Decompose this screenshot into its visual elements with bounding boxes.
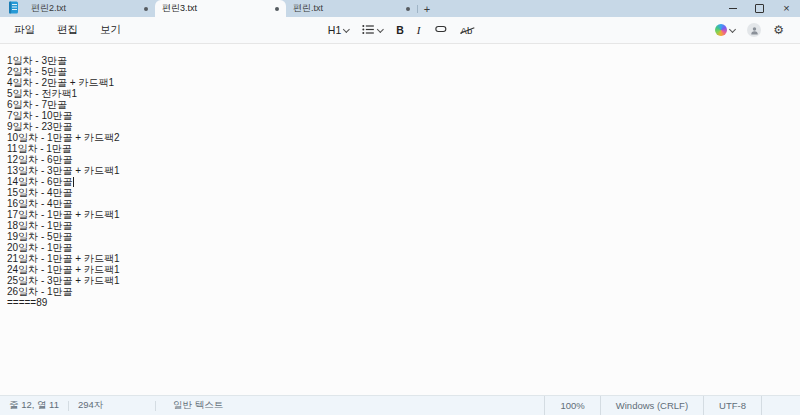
unsaved-dot-icon <box>406 7 410 11</box>
menu-list: 파일 편집 보기 <box>0 20 131 40</box>
text-line: 14일차 - 6만골 <box>7 176 792 187</box>
line-ending: Windows (CRLF) <box>600 396 703 415</box>
text-line: 20일차 - 1만골 <box>7 242 792 253</box>
menu-view[interactable]: 보기 <box>90 20 131 40</box>
statusbar-right: 100% Windows (CRLF) UTF-8 <box>544 396 800 415</box>
heading-dropdown[interactable]: H1 <box>323 22 354 38</box>
text-line: 17일차 - 1만골 + 카드팩1 <box>7 209 792 220</box>
link-icon <box>434 24 448 36</box>
menu-edit[interactable]: 편집 <box>47 20 88 40</box>
text-line: 10일차 - 1만골 + 카드팩2 <box>7 132 792 143</box>
text-line: 6일차 - 7만골 <box>7 99 792 110</box>
notepad-app-icon <box>8 0 19 18</box>
text-line: 4일차 - 2만골 + 카드팩1 <box>7 77 792 88</box>
text-line: 1일차 - 3만골 <box>7 55 792 66</box>
text-line: 13일차 - 3만골 + 카드팩1 <box>7 165 792 176</box>
zoom-level: 100% <box>544 396 599 415</box>
text-line: 18일차 - 1만골 <box>7 220 792 231</box>
tab-file-2[interactable]: 편린3.txt <box>155 0 286 17</box>
chevron-down-icon <box>343 25 350 32</box>
settings-button[interactable]: ⚙ <box>768 22 789 38</box>
chevron-down-icon <box>377 25 384 32</box>
account-button[interactable] <box>747 23 761 37</box>
text-line: 5일차 - 전카팩1 <box>7 88 792 99</box>
tab-file-1[interactable]: 편린2.txt <box>24 0 155 17</box>
text-line: 19일차 - 5만골 <box>7 231 792 242</box>
text-line: 2일차 - 5만골 <box>7 66 792 77</box>
notepad-window: 편린2.txt 편린3.txt 편린.txt + × 파일 편집 보기 H1 <box>0 0 800 415</box>
unsaved-dot-icon <box>144 7 148 11</box>
cursor-position: 줄 12, 열 11 <box>0 399 68 412</box>
gear-icon: ⚙ <box>773 24 784 36</box>
close-icon: × <box>783 3 789 14</box>
text-line: 21일차 - 1만골 + 카드팩1 <box>7 253 792 264</box>
text-line: 15일차 - 4만골 <box>7 187 792 198</box>
maximize-button[interactable] <box>746 0 773 17</box>
link-button[interactable] <box>429 22 453 38</box>
text-line: 9일차 - 23만골 <box>7 121 792 132</box>
text-line: =====89 <box>7 297 792 308</box>
text-line: 25일차 - 3만골 + 카드팩1 <box>7 275 792 286</box>
clear-formatting-button[interactable]: Ab <box>456 23 478 38</box>
close-button[interactable]: × <box>773 0 800 17</box>
tab-label: 편린2.txt <box>31 2 140 15</box>
text-line: 12일차 - 6만골 <box>7 154 792 165</box>
encoding: UTF-8 <box>703 396 761 415</box>
maximize-icon <box>755 4 764 13</box>
text-line: 24일차 - 1만골 + 카드팩1 <box>7 264 792 275</box>
list-dropdown[interactable] <box>357 22 388 39</box>
unsaved-dot-icon <box>275 7 279 11</box>
text-line: 16일차 - 4만골 <box>7 198 792 209</box>
character-count: 294자 <box>69 399 155 412</box>
statusbar-spacer <box>761 396 800 415</box>
document-type: 일반 텍스트 <box>156 399 232 412</box>
heading-label: H1 <box>328 24 341 36</box>
copilot-icon <box>715 24 727 36</box>
menu-file[interactable]: 파일 <box>4 20 45 40</box>
clear-formatting-icon: Ab <box>461 25 473 36</box>
tab-file-3[interactable]: 편린.txt <box>286 0 417 17</box>
list-icon <box>362 24 375 37</box>
toolbar-right: ⚙ <box>710 22 800 38</box>
italic-icon: I <box>417 24 421 36</box>
minimize-icon <box>729 8 737 9</box>
bold-icon: B <box>396 24 404 36</box>
minimize-button[interactable] <box>719 0 746 17</box>
titlebar: 편린2.txt 편린3.txt 편린.txt + × <box>0 0 800 17</box>
formatting-toolbar: H1 B I <box>323 22 477 39</box>
tab-label: 편린.txt <box>293 2 402 15</box>
text-line: 11일차 - 1만골 <box>7 143 792 154</box>
person-icon <box>750 26 759 35</box>
text-editor-area[interactable]: 1일차 - 3만골2일차 - 5만골4일차 - 2만골 + 카드팩15일차 - … <box>0 44 800 395</box>
text-caret <box>73 177 74 187</box>
copilot-dropdown[interactable] <box>710 22 740 38</box>
chevron-down-icon <box>729 25 736 32</box>
italic-button[interactable]: I <box>412 22 426 38</box>
editor-lines: 1일차 - 3만골2일차 - 5만골4일차 - 2만골 + 카드팩15일차 - … <box>7 55 792 308</box>
text-line: 26일차 - 1만골 <box>7 286 792 297</box>
statusbar: 줄 12, 열 11 294자 일반 텍스트 100% Windows (CRL… <box>0 395 800 415</box>
text-line: 7일차 - 10만골 <box>7 110 792 121</box>
window-controls: × <box>719 0 800 17</box>
bold-button[interactable]: B <box>391 22 409 38</box>
tab-label: 편린3.txt <box>162 2 271 15</box>
menubar: 파일 편집 보기 H1 B <box>0 17 800 44</box>
new-tab-button[interactable]: + <box>418 0 436 17</box>
